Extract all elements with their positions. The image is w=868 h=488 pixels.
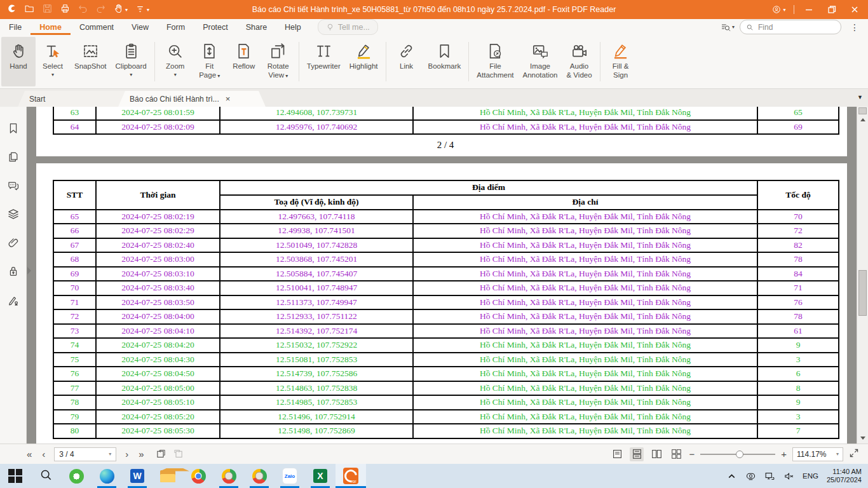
previous-page-button[interactable]: ‹ xyxy=(37,449,50,459)
zoom-slider-thumb[interactable] xyxy=(736,451,743,458)
ribbon-rotate-view-button[interactable]: RotateView ▾ xyxy=(261,37,295,86)
scroll-down-icon[interactable] xyxy=(857,433,868,442)
previous-view-icon[interactable] xyxy=(156,449,166,459)
single-page-view-button[interactable] xyxy=(610,447,624,461)
restore-button[interactable] xyxy=(821,0,843,19)
taskbar-excel-button[interactable]: X xyxy=(305,464,336,488)
minimize-button[interactable] xyxy=(798,0,820,19)
print-button[interactable] xyxy=(60,3,71,17)
scrollbar-thumb[interactable] xyxy=(858,270,867,316)
tell-me-search[interactable]: Tell me... xyxy=(318,19,378,35)
zoom-in-button[interactable]: + xyxy=(781,449,787,459)
facing-view-button[interactable] xyxy=(649,447,663,461)
ribbon-fit-page-button[interactable]: FitPage ▾ xyxy=(193,37,227,86)
cell-time: 2024-07-25 08:02:19 xyxy=(96,210,220,224)
menu-item-file[interactable]: File xyxy=(0,19,31,35)
tab-document[interactable]: Báo cáo Chi tiết Hành trì... × xyxy=(118,91,266,107)
taskbar-clock[interactable]: 11:40 AM 25/07/2024 xyxy=(827,468,862,485)
continuous-facing-view-button[interactable] xyxy=(669,447,683,461)
next-page-button[interactable]: › xyxy=(120,449,133,459)
ribbon-file-attachment-button[interactable]: FileAttachment xyxy=(472,37,518,86)
taskbar-chrome-button[interactable] xyxy=(183,464,214,488)
open-folder-button[interactable] xyxy=(24,3,35,17)
ribbon-zoom-button[interactable]: Zoom▾ xyxy=(158,37,193,86)
hand-tool-button[interactable]: ▾ xyxy=(113,3,128,17)
panel-pages-button[interactable] xyxy=(7,151,20,163)
panel-security-button[interactable] xyxy=(7,265,20,278)
tab-start[interactable]: Start xyxy=(18,91,136,107)
zoom-out-button[interactable]: − xyxy=(689,449,695,459)
taskbar-coccoc-button[interactable] xyxy=(61,464,92,488)
ribbon-hand-button[interactable]: Hand xyxy=(1,37,36,86)
advanced-search-caret-icon: ▾ xyxy=(732,24,735,30)
ribbon-fill-sign-button[interactable]: Fill &Sign xyxy=(604,37,638,86)
cell-stt: 67 xyxy=(53,238,96,253)
taskbar-foxit-button[interactable]: PDF xyxy=(336,464,366,488)
menu-item-share[interactable]: Share xyxy=(237,19,276,35)
taskbar-file-explorer-button[interactable] xyxy=(153,464,183,488)
tray-chevron-up-icon[interactable] xyxy=(726,471,737,482)
panel-bookmark-button[interactable] xyxy=(7,122,20,135)
scrollbar-top-button[interactable] xyxy=(858,107,867,114)
ribbon-typewriter-button[interactable]: Typewriter xyxy=(302,37,345,86)
taskbar-windows-start-button[interactable] xyxy=(0,464,31,488)
volume-muted-icon[interactable] xyxy=(783,471,794,482)
menu-item-protect[interactable]: Protect xyxy=(194,19,237,35)
continuous-view-button[interactable] xyxy=(630,447,644,461)
menu-items: FileHomeCommentViewFormProtectShareHelp xyxy=(0,19,310,35)
scroll-up-icon[interactable] xyxy=(857,115,868,124)
last-page-button[interactable]: » xyxy=(133,449,149,459)
vertical-scrollbar[interactable] xyxy=(857,107,868,444)
menu-item-form[interactable]: Form xyxy=(158,19,194,35)
panel-attachment-button[interactable] xyxy=(7,236,20,249)
taskbar-word-button[interactable]: W xyxy=(122,464,153,488)
cell-stt: 65 xyxy=(53,210,96,224)
more-options-button[interactable]: ⋮ xyxy=(846,22,863,32)
ribbon-reflow-button[interactable]: Reflow xyxy=(227,37,261,86)
tab-close-icon[interactable]: × xyxy=(226,94,231,104)
ribbon-snapshot-button[interactable]: SnapShot xyxy=(70,37,111,86)
fit-screen-button[interactable] xyxy=(849,448,859,460)
ribbon-image-annotation-button[interactable]: ImageAnnotation xyxy=(519,37,562,86)
menu-item-help[interactable]: Help xyxy=(276,19,310,35)
first-page-button[interactable]: « xyxy=(22,449,37,459)
zoom-slider[interactable] xyxy=(700,450,775,459)
account-button[interactable]: ▾ xyxy=(768,0,790,19)
panel-expand-arrow-icon[interactable] xyxy=(27,267,31,274)
menu-item-comment[interactable]: Comment xyxy=(71,19,123,35)
status-bar-right: − + 114.17% ▾ xyxy=(610,447,868,461)
taskbar-edge-button[interactable] xyxy=(92,464,122,488)
find-box[interactable] xyxy=(740,20,841,34)
ribbon-highlight-button[interactable]: Highlight xyxy=(345,37,383,86)
language-indicator[interactable]: ENG xyxy=(803,472,818,480)
ribbon-audio-video-button[interactable]: Audio& Video xyxy=(562,37,597,86)
find-input[interactable] xyxy=(757,22,835,32)
network-icon[interactable] xyxy=(764,471,775,482)
menu-item-view[interactable]: View xyxy=(123,19,158,35)
cell-address: Hồ Chí Minh, Xã Đắk R'La, Huyện Đắk Mil,… xyxy=(413,367,757,381)
taskbar-chrome-profile-2-button[interactable] xyxy=(244,464,275,488)
cell-coords: 12.495976, 107.740692 xyxy=(220,120,413,135)
taskbar-zalo-button[interactable]: Zalo xyxy=(275,464,305,488)
panel-layers-button[interactable] xyxy=(7,208,20,220)
taskbar-chrome-profile-1-button[interactable] xyxy=(214,464,244,488)
taskbar-search-button[interactable] xyxy=(31,464,61,488)
menu-item-home[interactable]: Home xyxy=(31,19,71,35)
tab-list-button[interactable]: ▼ xyxy=(857,94,863,100)
ribbon-clipboard-button[interactable]: Clipboard▾ xyxy=(111,37,151,86)
panel-signature-button[interactable] xyxy=(7,294,20,306)
close-button[interactable] xyxy=(844,0,865,19)
cell-speed: 9 xyxy=(757,395,839,410)
page-number-box[interactable]: 3 / 4 ▾ xyxy=(54,447,116,461)
meet-now-icon[interactable] xyxy=(745,471,756,482)
panel-comments-button[interactable] xyxy=(7,179,20,192)
advanced-search-button[interactable]: ▾ xyxy=(721,22,735,32)
foxit-logo-button[interactable] xyxy=(6,3,17,17)
ribbon-link-button[interactable]: Link xyxy=(390,37,424,86)
ribbon-bookmark-button[interactable]: Bookmark xyxy=(424,37,466,86)
ribbon-select-button[interactable]: Select▾ xyxy=(36,37,70,86)
customize-toolbar-button[interactable]: ▾ xyxy=(135,3,149,17)
next-view-icon[interactable] xyxy=(173,449,184,459)
ribbon-hand-label: Hand xyxy=(10,62,27,71)
zoom-level-box[interactable]: 114.17% ▾ xyxy=(792,447,843,461)
